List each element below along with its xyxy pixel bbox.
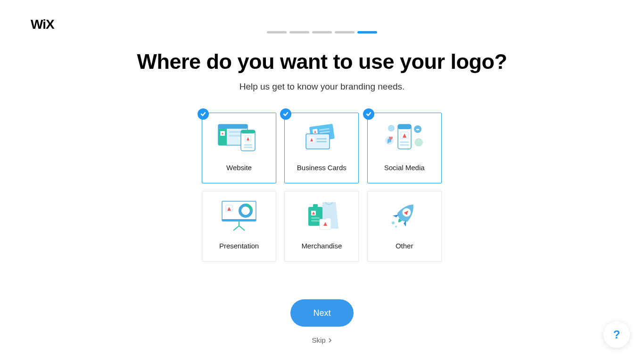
progress-step-5 [357,31,377,33]
presentation-icon [215,198,263,231]
page-subtitle: Help us get to know your branding needs. [0,82,644,92]
progress-step-2 [289,31,309,33]
skip-link[interactable]: Skip [0,336,644,344]
option-other[interactable]: Other [367,191,442,262]
check-icon [198,108,209,120]
help-button[interactable]: ? [603,321,630,348]
svg-rect-42 [313,204,318,208]
website-icon [215,120,263,153]
svg-rect-12 [244,147,252,148]
svg-rect-21 [316,138,327,140]
page-title: Where do you want to use your logo? [0,49,644,74]
business-cards-icon [298,120,345,153]
option-presentation[interactable]: Presentation [202,191,276,262]
progress-step-4 [335,31,355,33]
svg-line-37 [239,226,245,230]
svg-point-24 [414,138,423,147]
option-business-cards[interactable]: Business Cards [284,113,359,183]
option-label: Other [396,242,413,250]
svg-rect-46 [311,220,320,222]
check-icon [363,108,374,120]
progress-indicator [0,0,644,33]
svg-line-36 [233,226,239,230]
option-website[interactable]: Website [202,113,276,183]
chevron-right-icon [328,338,332,343]
svg-point-51 [395,226,397,228]
option-label: Social Media [384,164,425,172]
svg-rect-31 [400,141,409,143]
svg-rect-22 [316,141,327,142]
option-label: Business Cards [297,164,347,172]
option-label: Website [226,164,252,172]
wix-logo: WiX [31,17,54,32]
progress-step-1 [267,31,287,33]
svg-rect-28 [398,124,411,129]
next-button[interactable]: Next [290,299,354,327]
svg-rect-32 [400,144,409,146]
svg-rect-11 [244,144,252,146]
option-merchandise[interactable]: Merchandise [284,191,359,262]
svg-rect-45 [311,217,320,219]
skip-label: Skip [312,336,325,344]
merchandise-icon [298,198,345,231]
svg-rect-34 [222,219,256,221]
progress-step-3 [312,31,332,33]
other-icon [381,198,428,231]
svg-rect-8 [241,130,255,133]
option-label: Presentation [219,242,259,250]
option-social-media[interactable]: Social Media [367,113,442,183]
svg-point-23 [388,125,395,132]
svg-point-26 [414,125,421,133]
option-label: Merchandise [301,242,342,250]
svg-point-50 [392,222,395,224]
svg-rect-1 [218,124,248,129]
check-icon [280,108,291,120]
options-grid: Website Business Cards [202,113,442,262]
social-media-icon [381,120,428,153]
